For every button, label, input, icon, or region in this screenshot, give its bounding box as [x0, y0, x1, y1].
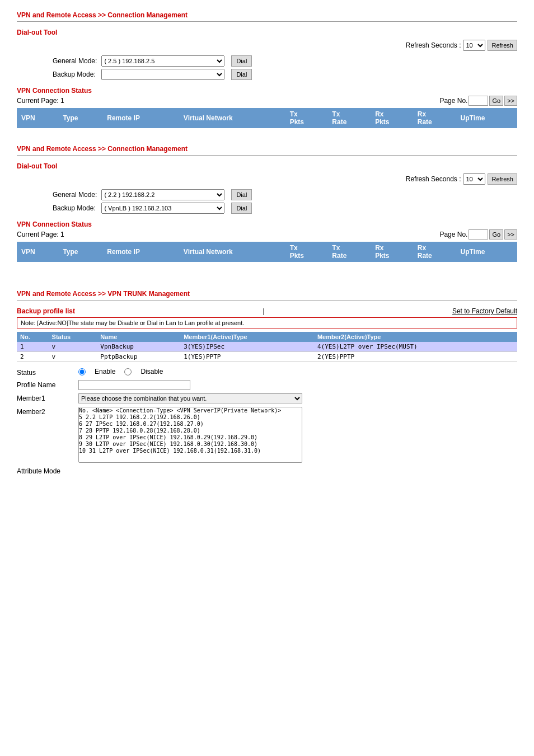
backup-mode-label-1: Backup Mode:: [50, 68, 99, 81]
dropdown-option-1[interactable]: 5 2.2 L2TP 192.168.2.2(192.168.26.0): [79, 414, 302, 421]
vpn-col-txrate-1: TxRate: [327, 108, 371, 128]
refresh-row-2: Refresh Seconds : 10 30 60 Refresh: [17, 173, 517, 185]
next-button-2[interactable]: >>: [504, 229, 517, 240]
current-page-text-1: Current Page: 1: [17, 97, 64, 105]
backup-mode-dial-button-2[interactable]: Dial: [231, 203, 252, 214]
go-button-1[interactable]: Go: [489, 96, 503, 106]
general-mode-dial-button-2[interactable]: Dial: [231, 189, 252, 200]
vpn-status-label-2: VPN Connection Status: [17, 220, 517, 228]
profile-cell-status: v: [49, 352, 97, 362]
refresh-select-2[interactable]: 10 30 60: [463, 173, 485, 185]
vpn-col-txpkts-2: TxPkts: [285, 242, 328, 262]
vpn-col-rxrate-1: RxRate: [413, 108, 456, 128]
note-text: Note: [Active:NO]The state may be Disabl…: [21, 320, 244, 326]
vpn-col-txrate-2: TxRate: [327, 242, 371, 262]
section-1: VPN and Remote Access >> Connection Mana…: [17, 11, 517, 128]
dropdown-option-2[interactable]: 6 27 IPSec 192.168.0.27(192.168.27.0): [79, 421, 302, 428]
member2-dropdown[interactable]: No. <Name> <Connection-Type> <VPN Server…: [78, 407, 302, 463]
vpn-table-2: VPN Type Remote IP Virtual Network TxPkt…: [17, 242, 517, 262]
profile-cell-no: 1: [17, 342, 49, 352]
mode-table-1: General Mode: ( 2.5 ) 192.168.2.5 Dial B…: [50, 54, 254, 81]
member1-row: Member1 Please choose the combination th…: [17, 393, 517, 403]
disable-label: Disable: [140, 368, 163, 375]
status-label: Status: [17, 368, 78, 377]
page-no-label-1: Page No.: [439, 97, 467, 105]
backup-mode-dial-button-1[interactable]: Dial: [231, 69, 252, 80]
refresh-button-2[interactable]: Refresh: [488, 173, 517, 185]
set-factory-default-link[interactable]: Set to Factory Default: [452, 307, 517, 315]
profile-table-row[interactable]: 2vPptpBackup1(YES)PPTP2(YES)PPTP: [17, 352, 517, 362]
vpn-col-uptime-2: UpTime: [456, 242, 517, 262]
member2-control: No. <Name> <Connection-Type> <VPN Server…: [78, 407, 302, 463]
member1-label: Member1: [17, 393, 78, 402]
refresh-label-1: Refresh Seconds :: [406, 41, 461, 49]
backup-mode-select-2[interactable]: ( VpnLB ) 192.168.2.103: [101, 203, 224, 214]
trunk-section: VPN and Remote Access >> VPN TRUNK Manag…: [17, 290, 517, 475]
member2-row: Member2 No. <Name> <Connection-Type> <VP…: [17, 407, 517, 463]
vpn-col-virtualnet-2: Virtual Network: [179, 242, 285, 262]
profile-cell-member2: 2(YES)PPTP: [314, 352, 517, 362]
profile-cell-member2: 4(YES)L2TP over IPSec(MUST): [314, 342, 517, 352]
dropdown-option-0[interactable]: No. <Name> <Connection-Type> <VPN Server…: [79, 407, 302, 414]
mode-table-2: General Mode: ( 2.2 ) 192.168.2.2 Dial B…: [50, 188, 254, 215]
profile-name-label: Profile Name: [17, 380, 78, 389]
vpn-col-vpn-1: VPN: [17, 108, 58, 128]
vpn-col-virtualnet-1: Virtual Network: [179, 108, 285, 128]
dropdown-option-5[interactable]: 9 30 L2TP over IPSec(NICE) 192.168.0.30(…: [79, 441, 302, 448]
general-mode-select-2[interactable]: ( 2.2 ) 192.168.2.2: [101, 189, 224, 200]
general-mode-dial-button-1[interactable]: Dial: [231, 55, 252, 67]
profile-cell-status: v: [49, 342, 97, 352]
dial-out-tool-label-2: Dial-out Tool: [17, 162, 517, 170]
trunk-section-title: VPN and Remote Access >> VPN TRUNK Manag…: [17, 290, 517, 298]
refresh-label-2: Refresh Seconds :: [406, 175, 461, 183]
page-no-input-2[interactable]: [469, 229, 488, 240]
profile-col-member1: Member1(Active)Type: [180, 332, 314, 342]
page-no-label-2: Page No.: [439, 231, 467, 238]
current-page-row-2: Current Page: 1 Page No. Go >>: [17, 229, 517, 240]
vpn-col-rxrate-2: RxRate: [413, 242, 456, 262]
profile-table-row[interactable]: 1vVpnBackup3(YES)IPSec4(YES)L2TP over IP…: [17, 342, 517, 352]
profile-cell-no: 2: [17, 352, 49, 362]
refresh-button-1[interactable]: Refresh: [488, 40, 517, 51]
dropdown-option-6[interactable]: 10 31 L2TP over IPSec(NICE) 192.168.0.31…: [79, 448, 302, 454]
general-mode-label-2: General Mode:: [50, 188, 99, 201]
vpn-col-type-2: Type: [58, 242, 102, 262]
enable-radio[interactable]: [78, 368, 86, 375]
note-box: Note: [Active:NO]The state may be Disabl…: [17, 317, 517, 328]
go-button-2[interactable]: Go: [489, 229, 503, 240]
general-mode-label-1: General Mode:: [50, 54, 99, 68]
refresh-select-1[interactable]: 10 30 60: [463, 40, 485, 51]
dropdown-option-3[interactable]: 7 28 PPTP 192.168.0.28(192.168.28.0): [79, 428, 302, 434]
section-1-title: VPN and Remote Access >> Connection Mana…: [17, 11, 517, 19]
backup-mode-label-2: Backup Mode:: [50, 201, 99, 215]
general-mode-select-1[interactable]: ( 2.5 ) 192.168.2.5: [101, 55, 224, 67]
profile-name-input[interactable]: [78, 380, 190, 390]
current-page-row-1: Current Page: 1 Page No. Go >>: [17, 96, 517, 106]
backup-profile-header: Backup profile list | Set to Factory Def…: [17, 307, 517, 315]
vpn-col-rxpkts-2: RxPkts: [371, 242, 413, 262]
vpn-col-uptime-1: UpTime: [456, 108, 517, 128]
next-button-1[interactable]: >>: [504, 96, 517, 106]
page-no-input-1[interactable]: [469, 96, 488, 106]
disable-radio[interactable]: [124, 368, 132, 375]
vpn-col-rxpkts-1: RxPkts: [371, 108, 413, 128]
vpn-col-type-1: Type: [58, 108, 102, 128]
current-page-text-2: Current Page: 1: [17, 231, 64, 238]
section-1-divider: [17, 21, 517, 22]
refresh-row-1: Refresh Seconds : 10 30 60 Refresh: [17, 40, 517, 51]
profile-col-no: No.: [17, 332, 49, 342]
profile-cell-name: VpnBackup: [97, 342, 180, 352]
dropdown-option-4[interactable]: 8 29 L2TP over IPSec(NICE) 192.168.0.29(…: [79, 434, 302, 441]
page-wrapper: VPN and Remote Access >> Connection Mana…: [0, 0, 534, 503]
member1-control: Please choose the combination that you w…: [78, 393, 302, 403]
attribute-mode-label: Attribute Mode: [17, 466, 78, 475]
profile-col-name: Name: [97, 332, 180, 342]
status-row: Status Enable Disable: [17, 368, 517, 377]
vpn-col-remoteip-1: Remote IP: [102, 108, 179, 128]
dial-out-tool-label-1: Dial-out Tool: [17, 29, 517, 36]
vpn-table-1: VPN Type Remote IP Virtual Network TxPkt…: [17, 108, 517, 128]
member1-select[interactable]: Please choose the combination that you w…: [78, 393, 302, 403]
backup-profile-label: Backup profile list: [17, 307, 75, 315]
backup-mode-select-1[interactable]: [101, 69, 224, 80]
section-2-title: VPN and Remote Access >> Connection Mana…: [17, 145, 517, 153]
